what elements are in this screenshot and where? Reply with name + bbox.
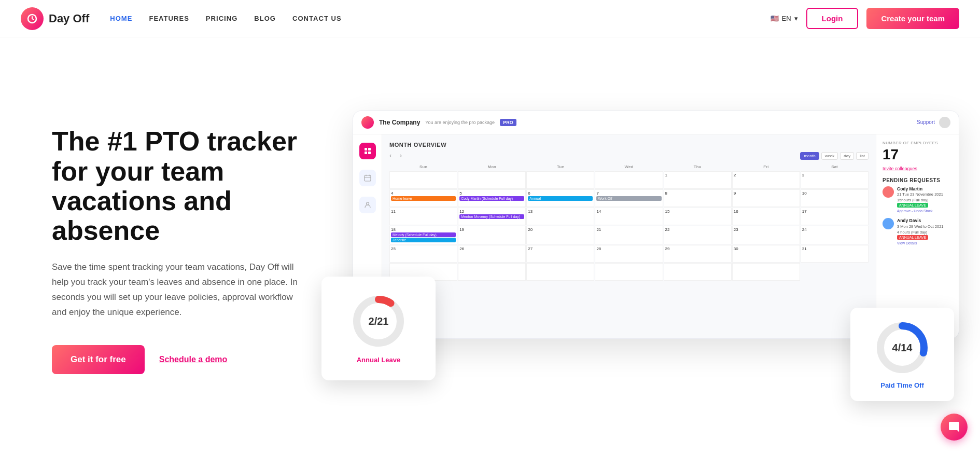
cal-cell[interactable]: 12Menton Movemy (Schedule Full day) <box>458 208 526 225</box>
cal-day-header: Mon <box>458 163 526 171</box>
cal-cell[interactable]: 25 <box>389 245 457 263</box>
dashboard-header-right: Support <box>917 117 950 128</box>
cal-cell[interactable]: 2 <box>732 171 800 189</box>
cal-cell[interactable]: 22 <box>664 226 732 244</box>
cal-cell[interactable] <box>526 171 594 189</box>
cal-cell[interactable] <box>595 171 663 189</box>
cal-cell[interactable] <box>458 263 526 281</box>
cal-cell[interactable] <box>664 263 732 281</box>
nav-link-blog[interactable]: BLOG <box>254 15 276 22</box>
pto-card: 4/14 Paid Time Off <box>850 308 954 401</box>
chat-icon <box>948 421 960 433</box>
pending-avatar-0 <box>883 186 894 198</box>
get-free-button[interactable]: Get it for free <box>52 345 145 374</box>
cal-cell[interactable]: 21 <box>595 226 663 244</box>
nav-link-home[interactable]: HOME <box>110 15 132 22</box>
hero-section: The #1 PTO tracker for your team vacatio… <box>0 37 980 453</box>
svg-point-6 <box>366 202 369 205</box>
cal-cell[interactable]: 3 <box>801 171 869 189</box>
cal-cell[interactable]: 18Melody (Schedule Full day)Janerille <box>389 226 457 244</box>
cal-cell[interactable]: 31 <box>801 245 869 263</box>
login-button[interactable]: Login <box>806 8 859 29</box>
cal-cell[interactable]: 17 <box>801 208 869 225</box>
sidebar-icon-dashboard[interactable] <box>359 143 376 159</box>
pending-avatar-1 <box>883 218 894 229</box>
nav-link-contact[interactable]: CONTACT US <box>292 15 342 22</box>
pending-hours-0: 15hours (Full day) <box>897 198 943 203</box>
cal-cell[interactable]: 6Annual <box>526 189 594 207</box>
cal-cell[interactable]: 23 <box>732 226 800 244</box>
cal-cell[interactable]: 26 <box>458 245 526 263</box>
cal-cell[interactable]: 16 <box>732 208 800 225</box>
pto-label: Paid Time Off <box>880 381 924 389</box>
employee-count: 17 <box>883 146 953 163</box>
cal-day-header: Sat <box>801 163 869 171</box>
sidebar-icon-team[interactable] <box>359 197 376 213</box>
cal-cell[interactable]: 28 <box>595 245 663 263</box>
cal-cell[interactable] <box>732 263 800 281</box>
sidebar-icon-calendar[interactable] <box>359 170 376 186</box>
cal-cell[interactable]: 30 <box>732 245 800 263</box>
cal-cell[interactable]: 11 <box>389 208 457 225</box>
cal-cell[interactable] <box>526 263 594 281</box>
pto-donut-value: 4/14 <box>892 342 913 354</box>
dashboard-card: The Company You are enjoying the pro pac… <box>353 111 959 339</box>
language-selector[interactable]: 🇺🇸 EN ▾ <box>771 15 798 22</box>
nav-link-features[interactable]: FEATURES <box>149 15 189 22</box>
cal-cell[interactable]: 24 <box>801 226 869 244</box>
pending-action-0[interactable]: Approve - Undo Stock <box>897 209 932 213</box>
pending-item-1: Andy Davis 3 Mon 28 Wed to Oct 2021 4 ho… <box>883 218 953 246</box>
cal-cell[interactable]: 19 <box>458 226 526 244</box>
cal-cell[interactable]: 10 <box>801 189 869 207</box>
cal-view-buttons: month week day list <box>800 152 869 160</box>
cal-cell[interactable] <box>389 171 457 189</box>
dashboard-main: MONTH OVERVIEW ‹ › month week day list <box>382 134 876 339</box>
pending-title: PENDING REQUESTS <box>883 177 953 183</box>
cal-cell[interactable]: 5Cody Martin (Schedule Full day) <box>458 189 526 207</box>
hero-subtitle: Save the time spent tracking your team v… <box>52 260 301 320</box>
cal-cell[interactable]: 14 <box>595 208 663 225</box>
svg-rect-1 <box>365 148 367 150</box>
cal-prev[interactable]: ‹ <box>389 152 391 159</box>
cal-cell[interactable]: 29 <box>664 245 732 263</box>
cal-day-header: Wed <box>595 163 663 171</box>
user-avatar <box>939 117 950 128</box>
cal-next[interactable]: › <box>400 152 402 159</box>
cal-view-week[interactable]: week <box>821 152 838 160</box>
pending-dates-0: 21 Tue 23 Novembre 2021 <box>897 192 943 198</box>
logo[interactable]: Day Off <box>21 7 89 30</box>
cal-cell[interactable] <box>458 171 526 189</box>
chat-bubble[interactable] <box>941 414 968 441</box>
cal-cell[interactable]: 20 <box>526 226 594 244</box>
cal-cell[interactable]: 27 <box>526 245 594 263</box>
cal-view-month[interactable]: month <box>800 152 819 160</box>
pending-info-0: Cody Martin 21 Tue 23 Novembre 2021 15ho… <box>897 186 943 214</box>
pending-action-1[interactable]: View Details <box>897 241 917 245</box>
cal-cell[interactable]: 4Home leave <box>389 189 457 207</box>
cal-cell[interactable]: 15 <box>664 208 732 225</box>
svg-rect-2 <box>368 148 371 150</box>
cal-cell[interactable]: 9 <box>732 189 800 207</box>
pending-badge-0: ANNUAL LEAVE <box>897 203 928 208</box>
pending-name-0: Cody Martin <box>897 186 943 193</box>
schedule-demo-link[interactable]: Schedule a demo <box>159 355 228 364</box>
cal-view-list[interactable]: list <box>856 152 869 160</box>
svg-rect-3 <box>365 152 367 154</box>
pro-badge: PRO <box>500 119 516 126</box>
support-link[interactable]: Support <box>917 119 935 125</box>
dashboard-company: The Company <box>379 119 420 126</box>
nav-link-pricing[interactable]: PRICING <box>206 15 237 22</box>
create-team-button[interactable]: Create your team <box>866 8 959 29</box>
cal-cell[interactable]: 13 <box>526 208 594 225</box>
invite-colleagues-link[interactable]: Invite colleagues <box>883 166 917 171</box>
hero-actions: Get it for free Schedule a demo <box>52 345 301 374</box>
cal-cell[interactable]: 7Work Off <box>595 189 663 207</box>
cal-view-day[interactable]: day <box>840 152 854 160</box>
logo-text: Day Off <box>49 12 89 25</box>
annual-leave-card: 2/21 Annual Leave <box>321 277 436 380</box>
calendar-grid: SunMonTueWedThuFriSat1234Home leave5Cody… <box>389 163 869 281</box>
flag-icon: 🇺🇸 <box>771 15 779 22</box>
cal-cell[interactable]: 1 <box>664 171 732 189</box>
cal-cell[interactable]: 8 <box>664 189 732 207</box>
cal-cell[interactable] <box>595 263 663 281</box>
